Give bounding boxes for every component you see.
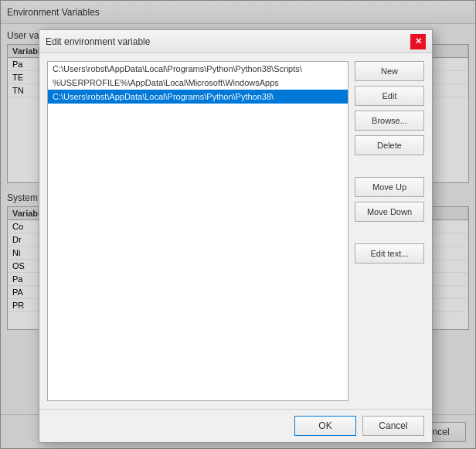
dialog-title-bar: Edit environment variable ✕ [39, 30, 432, 53]
dialog-footer: OK Cancel [39, 409, 432, 442]
edit-env-dialog: Edit environment variable ✕ C:\Users\rob… [39, 29, 433, 443]
new-button[interactable]: New [355, 61, 424, 81]
dialog-body: C:\Users\robst\AppData\Local\Programs\Py… [39, 53, 432, 409]
edit-button[interactable]: Edit [355, 86, 424, 106]
browse-button[interactable]: Browse... [355, 111, 424, 131]
path-item[interactable]: C:\Users\robst\AppData\Local\Programs\Py… [48, 62, 348, 76]
move-down-button[interactable]: Move Down [355, 202, 424, 222]
edit-text-button[interactable]: Edit text... [355, 243, 424, 264]
delete-button[interactable]: Delete [355, 135, 424, 155]
path-item[interactable]: %USERPROFILE%\AppData\Local\Microsoft\Wi… [48, 76, 348, 90]
dialog-ok-button[interactable]: OK [294, 416, 356, 436]
modal-overlay: Edit environment variable ✕ C:\Users\rob… [0, 0, 476, 449]
move-up-button[interactable]: Move Up [355, 177, 424, 197]
dialog-title: Edit environment variable [46, 36, 150, 47]
dialog-close-button[interactable]: ✕ [410, 34, 426, 49]
dialog-cancel-button[interactable]: Cancel [362, 416, 424, 436]
path-list[interactable]: C:\Users\robst\AppData\Local\Programs\Py… [47, 61, 348, 401]
path-list-container: C:\Users\robst\AppData\Local\Programs\Py… [47, 61, 348, 401]
button-column: New Edit Browse... Delete Move Up Move D… [355, 61, 424, 401]
close-icon: ✕ [415, 36, 422, 46]
path-item[interactable]: C:\Users\robst\AppData\Local\Programs\Py… [48, 90, 348, 104]
